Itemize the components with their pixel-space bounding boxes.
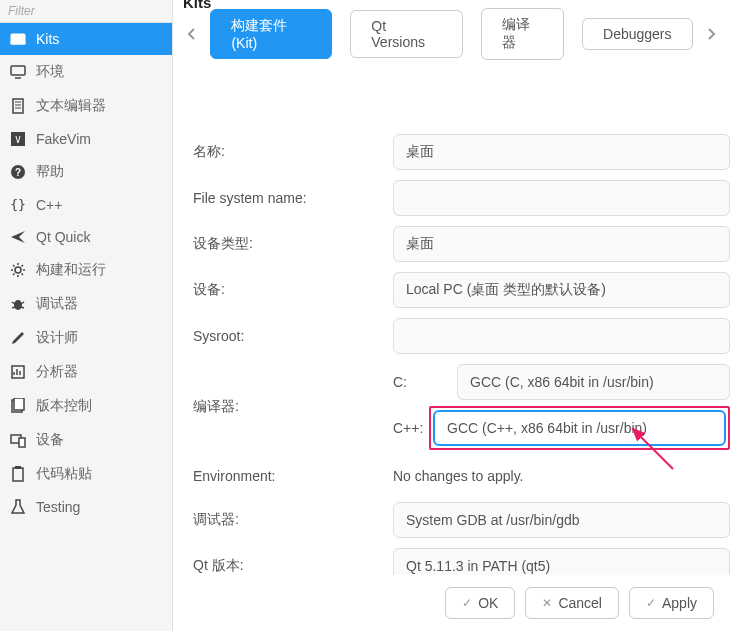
sidebar-item-environment[interactable]: 环境 bbox=[0, 55, 172, 89]
device-field[interactable]: Local PC (桌面 类型的默认设备) bbox=[393, 272, 730, 308]
check-icon: ✓ bbox=[462, 596, 472, 610]
braces-icon: {} bbox=[10, 197, 26, 213]
apply-button[interactable]: ✓Apply bbox=[629, 587, 714, 619]
fsname-label: File system name: bbox=[193, 190, 393, 206]
svg-line-15 bbox=[12, 302, 15, 304]
sidebar-item-label: 代码粘贴 bbox=[36, 465, 92, 483]
qtver-label: Qt 版本: bbox=[193, 557, 393, 575]
sidebar-item-label: 设备 bbox=[36, 431, 64, 449]
name-field[interactable]: 桌面 bbox=[393, 134, 730, 170]
sidebar-item-designer[interactable]: 设计师 bbox=[0, 321, 172, 355]
clipboard-icon bbox=[10, 466, 26, 482]
svg-rect-27 bbox=[13, 468, 23, 481]
sidebar-item-build-run[interactable]: 构建和运行 bbox=[0, 253, 172, 287]
sidebar-item-label: 版本控制 bbox=[36, 397, 92, 415]
device-type-field[interactable]: 桌面 bbox=[393, 226, 730, 262]
sidebar-item-qtquick[interactable]: Qt Quick bbox=[0, 221, 172, 253]
svg-text:V: V bbox=[15, 135, 21, 145]
tab-kit[interactable]: 构建套件(Kit) bbox=[210, 9, 332, 59]
check-icon: ✓ bbox=[646, 596, 656, 610]
sidebar-item-testing[interactable]: Testing bbox=[0, 491, 172, 523]
svg-rect-26 bbox=[19, 438, 25, 447]
nav-next[interactable] bbox=[699, 18, 724, 50]
sidebar-item-kits[interactable]: Kits bbox=[0, 23, 172, 55]
sidebar-item-text-editor[interactable]: 文本编辑器 bbox=[0, 89, 172, 123]
plane-icon bbox=[10, 229, 26, 245]
compiler-label: 编译器: bbox=[193, 398, 393, 416]
compiler-cxx-field[interactable]: GCC (C++, x86 64bit in /usr/bin) bbox=[433, 410, 726, 446]
sidebar-item-label: 帮助 bbox=[36, 163, 64, 181]
compiler-c-field[interactable]: GCC (C, x86 64bit in /usr/bin) bbox=[457, 364, 730, 400]
close-icon: ✕ bbox=[542, 596, 552, 610]
help-icon: ? bbox=[10, 164, 26, 180]
tab-bar: 构建套件(Kit) Qt Versions 编译器 Debuggers bbox=[173, 4, 730, 64]
sidebar-item-label: 文本编辑器 bbox=[36, 97, 106, 115]
svg-text:?: ? bbox=[15, 167, 21, 178]
fakevim-icon: V bbox=[10, 131, 26, 147]
sidebar-item-code-paste[interactable]: 代码粘贴 bbox=[0, 457, 172, 491]
env-value: No changes to apply. bbox=[393, 460, 730, 492]
sidebar-item-label: 环境 bbox=[36, 63, 64, 81]
compiler-cxx-highlight: GCC (C++, x86 64bit in /usr/bin) bbox=[429, 406, 730, 450]
compiler-cxx-label: C++: bbox=[393, 420, 429, 436]
sysroot-field[interactable] bbox=[393, 318, 730, 354]
flask-icon bbox=[10, 499, 26, 515]
document-icon bbox=[10, 98, 26, 114]
sidebar-item-label: 设计师 bbox=[36, 329, 78, 347]
sidebar-item-cpp[interactable]: {} C++ bbox=[0, 189, 172, 221]
qtver-field[interactable]: Qt 5.11.3 in PATH (qt5) bbox=[393, 548, 730, 575]
devices-icon bbox=[10, 432, 26, 448]
chart-icon bbox=[10, 364, 26, 380]
pencil-icon bbox=[10, 330, 26, 346]
debugger-field[interactable]: System GDB at /usr/bin/gdb bbox=[393, 502, 730, 538]
kits-icon bbox=[10, 31, 26, 47]
sidebar-item-analyzer[interactable]: 分析器 bbox=[0, 355, 172, 389]
svg-line-18 bbox=[21, 307, 24, 308]
sidebar-item-label: Qt Quick bbox=[36, 229, 90, 245]
sidebar-item-label: Kits bbox=[36, 31, 59, 47]
apply-label: Apply bbox=[662, 595, 697, 611]
sidebar-item-version-control[interactable]: 版本控制 bbox=[0, 389, 172, 423]
tab-qt-versions[interactable]: Qt Versions bbox=[350, 10, 463, 58]
sidebar: Filter Kits 环境 文本编辑器 V FakeVim ? 帮助 bbox=[0, 0, 173, 631]
svg-text:{}: {} bbox=[10, 197, 26, 212]
svg-rect-2 bbox=[11, 66, 25, 75]
filter-input[interactable]: Filter bbox=[0, 0, 172, 23]
ok-label: OK bbox=[478, 595, 498, 611]
svg-rect-24 bbox=[14, 398, 24, 410]
cancel-label: Cancel bbox=[558, 595, 602, 611]
svg-line-17 bbox=[12, 307, 15, 308]
svg-line-16 bbox=[21, 302, 24, 304]
svg-rect-1 bbox=[11, 42, 25, 44]
sidebar-item-label: C++ bbox=[36, 197, 62, 213]
main-panel: Kits 构建套件(Kit) Qt Versions 编译器 Debuggers… bbox=[173, 0, 730, 631]
device-label: 设备: bbox=[193, 281, 393, 299]
sidebar-item-label: 构建和运行 bbox=[36, 261, 106, 279]
fsname-field[interactable] bbox=[393, 180, 730, 216]
gear-icon bbox=[10, 262, 26, 278]
tab-compilers[interactable]: 编译器 bbox=[481, 8, 564, 60]
env-label: Environment: bbox=[193, 468, 393, 484]
sidebar-item-devices[interactable]: 设备 bbox=[0, 423, 172, 457]
sidebar-item-label: FakeVim bbox=[36, 131, 91, 147]
tab-debuggers[interactable]: Debuggers bbox=[582, 18, 693, 50]
sidebar-list: Kits 环境 文本编辑器 V FakeVim ? 帮助 {} C++ bbox=[0, 23, 172, 631]
vcs-icon bbox=[10, 398, 26, 414]
device-type-label: 设备类型: bbox=[193, 235, 393, 253]
nav-prev[interactable] bbox=[179, 18, 204, 50]
form-content: 名称: 桌面 File system name: 设备类型: 桌面 设备: Lo… bbox=[173, 64, 730, 575]
sidebar-item-label: Testing bbox=[36, 499, 80, 515]
svg-point-14 bbox=[14, 300, 22, 310]
chevron-left-icon bbox=[186, 28, 198, 40]
sysroot-label: Sysroot: bbox=[193, 328, 393, 344]
svg-rect-28 bbox=[15, 466, 21, 469]
ok-button[interactable]: ✓OK bbox=[445, 587, 515, 619]
sidebar-item-help[interactable]: ? 帮助 bbox=[0, 155, 172, 189]
sidebar-item-label: 调试器 bbox=[36, 295, 78, 313]
cancel-button[interactable]: ✕Cancel bbox=[525, 587, 619, 619]
debugger-label: 调试器: bbox=[193, 511, 393, 529]
sidebar-item-fakevim[interactable]: V FakeVim bbox=[0, 123, 172, 155]
compiler-c-label: C: bbox=[393, 374, 429, 390]
chevron-right-icon bbox=[705, 28, 717, 40]
sidebar-item-debugger[interactable]: 调试器 bbox=[0, 287, 172, 321]
